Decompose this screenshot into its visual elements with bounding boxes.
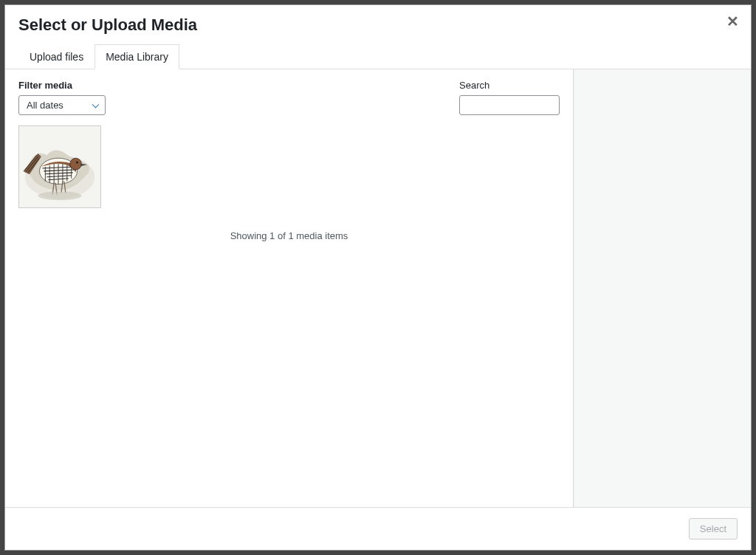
details-sidebar bbox=[574, 69, 751, 507]
search-section: Search bbox=[459, 80, 560, 115]
tab-upload-files[interactable]: Upload files bbox=[18, 44, 94, 69]
svg-point-4 bbox=[76, 162, 78, 164]
svg-point-3 bbox=[70, 158, 82, 170]
status-text: Showing 1 of 1 media items bbox=[18, 230, 560, 241]
media-modal: Select or Upload Media ✕ Upload files Me… bbox=[4, 4, 752, 551]
date-filter-select[interactable]: All dates bbox=[18, 95, 106, 115]
tab-media-library[interactable]: Media Library bbox=[94, 44, 179, 69]
tab-bar: Upload files Media Library bbox=[5, 44, 751, 69]
search-input[interactable] bbox=[459, 95, 560, 115]
filter-section: Filter media All dates bbox=[18, 80, 106, 115]
toolbar: Filter media All dates Search bbox=[18, 80, 560, 115]
modal-footer: Select bbox=[5, 507, 751, 550]
search-label: Search bbox=[459, 80, 560, 91]
svg-point-5 bbox=[38, 191, 82, 200]
close-icon[interactable]: ✕ bbox=[726, 14, 739, 29]
filter-label: Filter media bbox=[18, 80, 106, 91]
main-area: Filter media All dates Search bbox=[5, 69, 574, 507]
media-item[interactable] bbox=[18, 125, 101, 208]
modal-title: Select or Upload Media bbox=[18, 15, 738, 35]
bird-thumbnail-icon bbox=[19, 126, 100, 207]
content-row: Filter media All dates Search bbox=[5, 69, 751, 507]
media-grid bbox=[18, 125, 560, 208]
modal-header: Select or Upload Media ✕ bbox=[5, 5, 751, 41]
date-filter[interactable]: All dates bbox=[18, 95, 106, 115]
select-button[interactable]: Select bbox=[689, 518, 738, 540]
